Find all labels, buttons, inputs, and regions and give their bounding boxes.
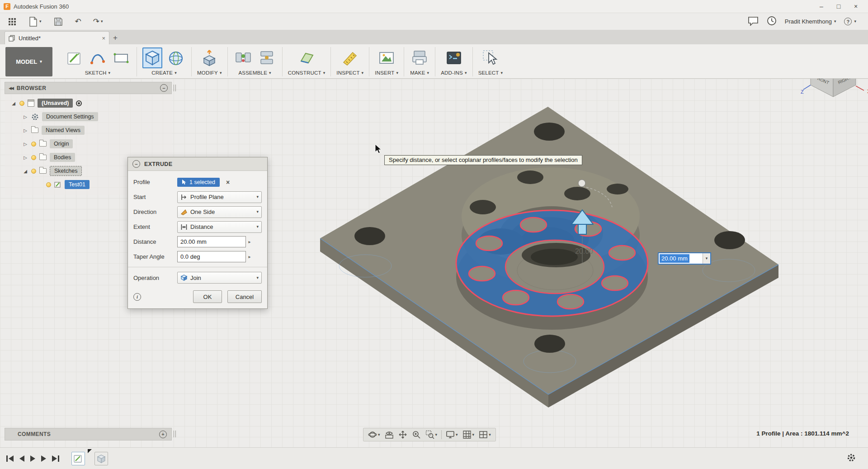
clear-selection-icon[interactable]: × [226, 179, 230, 186]
taper-input[interactable]: 0.0 deg [177, 251, 246, 262]
expand-triangle-icon[interactable]: ◢ [11, 101, 16, 106]
timeline-playhead[interactable] [88, 449, 92, 453]
expand-comments-icon[interactable]: + [159, 431, 167, 438]
operation-select[interactable]: Join ▾ [177, 272, 262, 284]
zoom-window-button[interactable]: ▾ [423, 428, 440, 441]
tab-untitled[interactable]: Untitled* × [5, 31, 109, 44]
insert-canvas-button[interactable] [377, 47, 396, 68]
sketch-rectangle-button[interactable] [111, 47, 131, 68]
visibility-bulb-icon[interactable] [31, 142, 36, 147]
timeline-feature-sketch[interactable] [71, 452, 85, 465]
direction-select[interactable]: One Side ▾ [177, 206, 262, 218]
sketch-spline-button[interactable] [88, 47, 108, 68]
timeline-settings-button[interactable] [846, 453, 856, 464]
start-select[interactable]: Profile Plane ▾ [177, 191, 262, 203]
distance-spinner-icon[interactable]: ▸ [246, 239, 253, 244]
tree-row-document-settings[interactable]: ▷ Document Settings [5, 110, 172, 123]
visibility-bulb-icon[interactable] [46, 182, 51, 187]
tree-label-test01[interactable]: Test01 [65, 180, 90, 189]
save-button[interactable] [51, 15, 66, 28]
browser-header[interactable]: ◀◀ BROWSER − [5, 82, 172, 94]
comments-resize-grip[interactable] [174, 431, 176, 437]
distance-input[interactable]: 20.00 mm [177, 236, 246, 247]
tree-label-root[interactable]: (Unsaved) [38, 99, 73, 108]
step-back-button[interactable] [19, 455, 24, 462]
tree-label-origin[interactable]: Origin [50, 139, 73, 148]
visibility-bulb-icon[interactable] [19, 101, 24, 106]
tab-close-icon[interactable]: × [102, 35, 105, 42]
timeline-feature-extrude-pending[interactable] [94, 452, 108, 465]
orbit-button[interactable]: ▾ [366, 428, 382, 441]
select-menu[interactable]: SELECT▾ [478, 70, 503, 76]
grid-snap-button[interactable]: ▾ [460, 428, 477, 441]
construct-plane-button[interactable] [297, 47, 316, 68]
notifications-button[interactable] [767, 16, 777, 28]
ok-button[interactable]: OK [193, 290, 222, 303]
extent-select[interactable]: Distance ▾ [177, 221, 262, 233]
info-icon[interactable]: i [133, 293, 141, 301]
user-account-menu[interactable]: Pradit Khemthong ▾ [785, 18, 836, 25]
tree-label-named-views[interactable]: Named Views [42, 126, 85, 135]
tree-label-sketches[interactable]: Sketches [50, 166, 82, 176]
create-box-button[interactable] [142, 47, 162, 68]
help-menu[interactable]: ? ▾ [844, 18, 856, 25]
taper-spinner-icon[interactable]: ▸ [246, 254, 253, 259]
visibility-bulb-icon[interactable] [31, 169, 36, 174]
go-to-end-button[interactable] [52, 455, 59, 462]
modify-menu[interactable]: MODIFY▾ [197, 70, 222, 76]
collapsed-triangle-icon[interactable]: ▷ [23, 155, 28, 160]
taper-handle[interactable] [578, 180, 585, 187]
step-forward-button[interactable] [41, 455, 46, 462]
maximize-button[interactable]: □ [830, 0, 847, 13]
collapsed-triangle-icon[interactable]: ▷ [23, 142, 28, 147]
collapsed-triangle-icon[interactable]: ▷ [23, 114, 28, 119]
play-button[interactable] [30, 455, 35, 462]
go-to-start-button[interactable] [6, 455, 14, 462]
zoom-button[interactable] [410, 428, 423, 441]
collapse-dialog-icon[interactable]: − [132, 160, 140, 168]
comments-panel[interactable]: COMMENTS + [5, 428, 172, 441]
select-button[interactable] [481, 47, 500, 68]
undo-button[interactable]: ↶ [72, 15, 84, 28]
distance-floating-input[interactable]: 20.00 mm ▾ [658, 252, 711, 265]
scripts-addins-button[interactable] [444, 47, 464, 68]
new-tab-button[interactable]: + [109, 31, 121, 44]
visibility-bulb-icon[interactable] [31, 155, 36, 160]
tree-label-document-settings[interactable]: Document Settings [42, 112, 98, 121]
display-settings-button[interactable]: ▾ [443, 428, 460, 441]
tree-row-root[interactable]: ◢ (Unsaved) [5, 96, 172, 110]
assemble-menu[interactable]: ASSEMBLE▾ [238, 70, 271, 76]
workspace-selector[interactable]: MODEL▾ [5, 47, 52, 76]
create-menu[interactable]: CREATE▾ [151, 70, 177, 76]
create-sketch-button[interactable] [64, 47, 84, 68]
make-button[interactable] [410, 47, 429, 68]
pan-button[interactable] [396, 428, 410, 441]
profile-selection-chip[interactable]: 1 selected [177, 178, 220, 187]
redo-button[interactable]: ↷▾ [90, 15, 106, 28]
activate-component-icon[interactable] [76, 100, 82, 106]
close-button[interactable]: × [847, 0, 864, 13]
tree-row-named-views[interactable]: ▷ Named Views [5, 123, 172, 137]
create-sphere-button[interactable] [166, 47, 186, 68]
inspect-menu[interactable]: INSPECT▾ [336, 70, 363, 76]
insert-menu[interactable]: INSERT▾ [375, 70, 398, 76]
selected-profile-face[interactable] [456, 210, 648, 316]
tree-label-bodies[interactable]: Bodies [50, 153, 75, 162]
minimize-button[interactable]: – [813, 0, 830, 13]
tree-row-origin[interactable]: ▷ Origin [5, 137, 172, 151]
app-grid-button[interactable] [5, 16, 19, 28]
make-menu[interactable]: MAKE▾ [410, 70, 429, 76]
look-at-button[interactable] [382, 428, 396, 441]
new-component-button[interactable] [233, 47, 253, 68]
collapse-all-icon[interactable]: − [160, 84, 168, 92]
distance-dropdown-button[interactable]: ▾ [703, 253, 710, 264]
extrude-dialog-header[interactable]: − EXTRUDE [128, 157, 267, 171]
collapse-panel-icon[interactable]: ◀◀ [9, 86, 13, 90]
sketch-menu[interactable]: SKETCH▾ [85, 70, 111, 76]
file-menu-button[interactable]: ▾ [25, 14, 44, 29]
collapsed-triangle-icon[interactable]: ▷ [23, 128, 28, 133]
construct-menu[interactable]: CONSTRUCT▾ [288, 70, 326, 76]
cancel-button[interactable]: Cancel [227, 290, 262, 303]
measure-button[interactable] [340, 47, 360, 68]
distance-floating-value[interactable]: 20.00 mm [660, 254, 689, 263]
